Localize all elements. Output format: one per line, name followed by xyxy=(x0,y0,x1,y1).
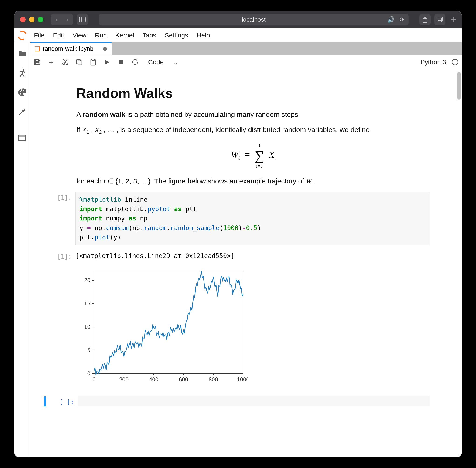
svg-text:20: 20 xyxy=(84,277,90,283)
output-text: [<matplotlib.lines.Line2D at 0x121ead550… xyxy=(75,251,430,261)
md-paragraph-3: for each t ∈ {1, 2, 3, …}. The figure be… xyxy=(76,176,430,186)
svg-point-7 xyxy=(21,89,22,91)
notebook-scroll[interactable]: Random Walks A random walk is a path obt… xyxy=(30,69,461,457)
tab-filename: random-walk.ipynb xyxy=(43,45,93,52)
notebook-icon xyxy=(35,46,40,51)
reload-icon[interactable]: ⟳ xyxy=(399,16,404,23)
stop-button[interactable] xyxy=(117,58,125,66)
right-toolbar xyxy=(419,14,446,25)
cell-type-label: Code xyxy=(148,58,164,66)
svg-text:800: 800 xyxy=(209,376,218,382)
menu-run[interactable]: Run xyxy=(95,32,107,39)
menu-file[interactable]: File xyxy=(34,32,45,39)
svg-rect-18 xyxy=(119,60,123,64)
sidebar-icon xyxy=(79,17,86,22)
svg-point-13 xyxy=(66,63,68,65)
menu-view[interactable]: View xyxy=(73,32,86,39)
window-controls xyxy=(20,17,43,22)
running-button[interactable] xyxy=(18,68,26,77)
file-browser-button[interactable] xyxy=(18,49,26,57)
jupyter-logo[interactable] xyxy=(15,29,30,42)
menu-settings[interactable]: Settings xyxy=(165,32,188,39)
paste-icon xyxy=(90,59,96,66)
share-icon xyxy=(422,16,428,23)
svg-text:1000: 1000 xyxy=(237,376,248,382)
sidebar-toggle-button[interactable] xyxy=(77,14,88,25)
restart-icon xyxy=(132,59,138,65)
svg-text:600: 600 xyxy=(179,376,188,382)
maximize-window-button[interactable] xyxy=(38,17,43,22)
share-button[interactable] xyxy=(419,14,431,25)
chevron-down-icon: ⌄ xyxy=(173,58,178,66)
run-button[interactable] xyxy=(103,58,111,66)
md-paragraph-1: A random walk is a path obtained by accu… xyxy=(76,109,430,120)
input-prompt-empty: [ ]: xyxy=(50,396,74,406)
code-input[interactable]: %matplotlib inline import matplotlib.pyp… xyxy=(75,192,430,245)
menu-help[interactable]: Help xyxy=(196,32,210,39)
unsaved-indicator-icon xyxy=(103,47,107,51)
notebook-area: Random Walks A random walk is a path obt… xyxy=(30,69,461,457)
code-cell-1[interactable]: [1]: %matplotlib inline import matplotli… xyxy=(44,192,430,245)
code-cell-2[interactable]: [ ]: xyxy=(44,396,430,406)
forward-button[interactable]: › xyxy=(62,14,73,25)
code-input-empty[interactable] xyxy=(78,396,430,406)
svg-point-12 xyxy=(63,63,64,65)
active-cell-indicator xyxy=(44,396,46,406)
jupyter-menubar: File Edit View Run Kernel Tabs Settings … xyxy=(15,29,461,42)
paste-button[interactable] xyxy=(89,58,97,66)
restart-button[interactable] xyxy=(131,58,139,66)
code-cell-1-output-text: [1]: [<matplotlib.lines.Line2D at 0x121e… xyxy=(44,251,430,261)
close-window-button[interactable] xyxy=(20,17,26,22)
wrench-button[interactable] xyxy=(18,108,26,116)
new-tab-button[interactable]: + xyxy=(451,15,456,25)
svg-point-6 xyxy=(20,91,21,92)
svg-point-8 xyxy=(23,90,24,91)
svg-rect-0 xyxy=(79,17,86,22)
sound-icon[interactable]: 🔊 xyxy=(387,16,395,23)
svg-text:0: 0 xyxy=(87,370,90,377)
palette-button[interactable] xyxy=(18,88,26,96)
svg-text:200: 200 xyxy=(119,376,129,382)
copy-button[interactable] xyxy=(75,58,83,66)
address-bar[interactable]: localhost 🔊 ⟳ xyxy=(99,14,409,25)
tabs-icon xyxy=(437,17,443,22)
input-prompt: [1]: xyxy=(44,192,72,245)
svg-text:400: 400 xyxy=(149,376,158,382)
main-area: random-walk.ipynb + xyxy=(30,42,461,457)
svg-text:5: 5 xyxy=(87,347,90,353)
notebook-toolbar: + Code xyxy=(30,55,461,69)
back-button[interactable]: ‹ xyxy=(51,14,62,25)
svg-rect-10 xyxy=(19,135,26,141)
minimize-window-button[interactable] xyxy=(29,17,34,22)
md-paragraph-2: If X1 , X2 , … , is a sequence of indepe… xyxy=(76,124,430,135)
window-icon xyxy=(18,135,26,141)
menu-edit[interactable]: Edit xyxy=(53,32,64,39)
copy-icon xyxy=(76,59,82,65)
add-cell-button[interactable]: + xyxy=(47,58,55,66)
svg-text:0: 0 xyxy=(92,376,95,382)
svg-rect-4 xyxy=(438,17,443,21)
cut-button[interactable] xyxy=(61,58,69,66)
notebook-tab[interactable]: random-walk.ipynb xyxy=(30,42,112,55)
kernel-status-icon[interactable] xyxy=(452,59,458,65)
svg-text:10: 10 xyxy=(84,324,90,330)
wrench-icon xyxy=(18,108,26,116)
svg-point-5 xyxy=(23,69,24,71)
markdown-cell[interactable]: Random Walks A random walk is a path obt… xyxy=(44,85,430,186)
cell-type-select[interactable]: Code ⌄ xyxy=(148,58,178,66)
svg-text:15: 15 xyxy=(84,300,90,307)
menu-kernel[interactable]: Kernel xyxy=(115,32,134,39)
menu-tabs[interactable]: Tabs xyxy=(143,32,156,39)
left-sidebar xyxy=(15,42,30,457)
plot-output: 0200400600800100005101520 xyxy=(75,266,430,389)
tabs-button[interactable] xyxy=(434,14,446,25)
cut-icon xyxy=(62,59,68,65)
svg-rect-19 xyxy=(94,271,243,373)
kernel-name[interactable]: Python 3 xyxy=(420,58,446,66)
tabs-panel-button[interactable] xyxy=(18,134,26,142)
save-button[interactable] xyxy=(33,58,42,66)
svg-rect-3 xyxy=(437,18,442,22)
jupyter-logo-icon xyxy=(16,29,28,41)
line-chart: 0200400600800100005101520 xyxy=(75,266,248,387)
menu-items: File Edit View Run Kernel Tabs Settings … xyxy=(30,29,210,42)
